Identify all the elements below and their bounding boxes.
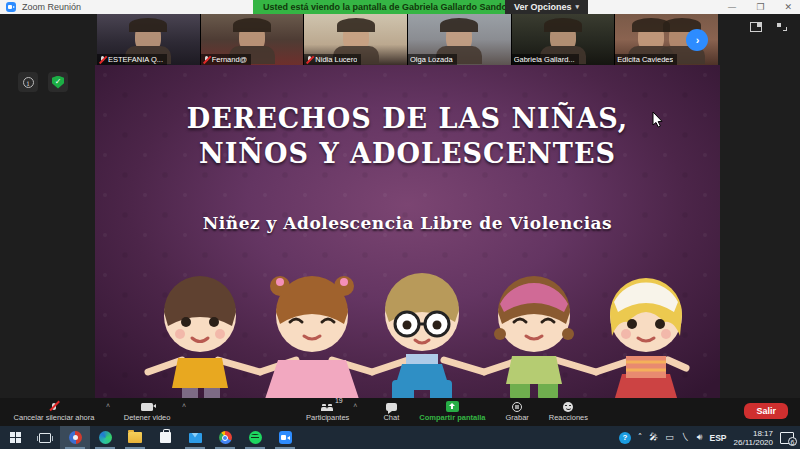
info-icon: i [23,77,34,88]
chevron-right-icon: › [696,35,700,46]
share-screen-label: Compartir pantalla [419,413,485,422]
zoom-app-icon [6,2,16,12]
chat-icon [386,403,397,411]
kid-girl-pink [262,276,362,398]
next-participants-button[interactable]: › [686,29,708,51]
minimize-button[interactable]: — [727,0,736,14]
participant-name: Edicita Caviedes [617,55,673,64]
view-options-button[interactable]: Ver Opciones ▾ [505,0,588,14]
kid-girl-green [494,276,574,398]
participant-tile[interactable]: Olga Lozada [408,14,511,65]
maximize-button[interactable]: ❐ [756,0,764,14]
meeting-info-buttons: i [18,72,68,92]
participants-options-chevron[interactable]: ˄ [353,402,357,409]
battery-icon[interactable]: ▭ [665,426,674,449]
app-icon [69,431,82,444]
taskbar-edge[interactable] [90,426,120,449]
chrome-icon [219,431,232,444]
windows-logo-icon [10,432,21,443]
participant-strip: ESTEFANIA Q... Fernand@ Nidia Lucero [97,14,718,65]
mouse-cursor [652,112,664,128]
taskbar-chrome[interactable] [210,426,240,449]
close-button[interactable]: ✕ [784,0,792,14]
mute-label: Cancelar silenciar ahora [14,413,95,422]
kid-girl-blonde [610,278,682,398]
muted-mic-icon [306,55,313,64]
window-controls: — ❐ ✕ [727,0,792,14]
folder-icon [128,432,142,443]
gallery-view-icon[interactable] [750,22,762,32]
microphone-tray-icon[interactable]: 🎤︎ [649,426,658,449]
reactions-label: Reacciones [549,413,588,422]
language-indicator[interactable]: ESP [710,433,727,443]
participants-button[interactable]: 19 Participantes [306,398,349,426]
participant-tile-active-speaker[interactable]: Gabriela Gallard... [512,14,615,65]
participants-label: Participantes [306,413,349,422]
muted-mic-icon [50,401,59,412]
avatar [638,22,664,52]
kid-boy-glasses [385,273,459,398]
tray-date: 26/11/2020 [734,438,773,447]
notification-count-badge: 6 [788,437,797,446]
participant-name-tag: Nidia Lucero [304,54,361,65]
store-icon [160,432,171,443]
zoom-meeting-window: Zoom Reunión Usted está viendo la pantal… [0,0,800,449]
toolbar-center-group: 19 Participantes ˄ Chat Compartir pantal… [306,398,588,426]
participant-name: Nidia Lucero [315,55,357,64]
camera-icon [141,403,153,411]
tray-time: 18:17 [734,429,773,438]
participant-tile[interactable]: Fernand@ [201,14,304,65]
participant-name-tag: Edicita Caviedes [615,54,677,65]
start-button[interactable] [0,426,30,449]
edge-icon [99,431,112,444]
screen-share-banner-text: Usted está viendo la pantalla de Gabriel… [263,2,520,12]
record-button[interactable]: Grabar [505,398,528,426]
muted-mic-icon [99,55,106,64]
spotify-icon [249,431,262,444]
hidden-icons-chevron[interactable]: ˄ [638,426,643,449]
taskbar-app-active[interactable] [60,426,90,449]
reactions-button[interactable]: Reacciones [549,398,588,426]
participant-tile[interactable]: ESTEFANIA Q... [97,14,200,65]
get-help-icon[interactable]: ? [619,432,631,444]
taskbar-store[interactable] [150,426,180,449]
avatar [239,22,265,52]
fullscreen-icon[interactable] [776,22,788,32]
zoom-icon [279,431,292,444]
participant-name-tag: Olga Lozada [408,54,457,65]
screen-share-banner: Usted está viendo la pantalla de Gabriel… [253,0,530,14]
security-button[interactable] [48,72,68,92]
notification-center-icon[interactable]: 6 [780,432,794,444]
share-screen-button[interactable]: Compartir pantalla [419,398,485,426]
participant-name-tag: Gabriela Gallard... [512,54,579,65]
window-title: Zoom Reunión [22,2,81,12]
view-options-label: Ver Opciones [514,2,572,12]
mute-button[interactable]: Cancelar silenciar ahora [6,398,102,426]
security-shield-icon [52,76,64,89]
children-illustration [120,270,692,398]
wifi-icon[interactable]: ㇏ [681,426,690,449]
video-options-chevron[interactable]: ˄ [182,402,186,409]
stop-video-button[interactable]: Detener video [116,398,178,426]
slide-title: DERECHOS DE LAS NIÑAS, NIÑOS Y ADOLESCEN… [95,101,720,171]
avatar [135,22,161,52]
task-view-button[interactable] [30,426,60,449]
taskbar-file-explorer[interactable] [120,426,150,449]
taskbar-mail[interactable] [180,426,210,449]
clock[interactable]: 18:17 26/11/2020 [734,429,773,447]
avatar [446,22,472,52]
taskbar-spotify[interactable] [240,426,270,449]
participant-name: Fernand@ [212,55,248,64]
speaker-icon[interactable]: 🔊︎ [697,426,703,449]
share-screen-icon [446,401,459,412]
participant-name: Gabriela Gallard... [514,55,575,64]
window-titlebar: Zoom Reunión Usted está viendo la pantal… [0,0,800,14]
mute-options-chevron[interactable]: ˄ [106,402,110,409]
leave-meeting-button[interactable]: Salir [744,403,788,419]
meeting-info-button[interactable]: i [18,72,38,92]
chat-button[interactable]: Chat [383,398,399,426]
taskbar-zoom[interactable] [270,426,300,449]
participant-tile[interactable]: Nidia Lucero [304,14,407,65]
slide-title-line1: DERECHOS DE LAS NIÑAS, [95,101,720,136]
toolbar-left-group: Cancelar silenciar ahora ˄ Detener video… [6,398,192,426]
